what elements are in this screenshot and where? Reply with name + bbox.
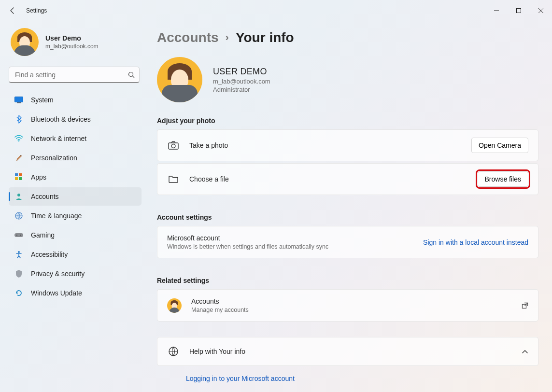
account-settings-header: Account settings [157,213,538,221]
user-email: m_lab@outlook.com [213,78,270,85]
avatar [11,28,39,56]
shield-icon [14,269,23,278]
sign-in-local-link[interactable]: Sign in with a local account instead [423,238,528,246]
sidebar-item-apps[interactable]: Apps [9,168,142,186]
svg-rect-11 [15,177,18,180]
titlebar: Settings [0,0,552,21]
sidebar-item-network[interactable]: Network & internet [9,129,142,148]
sidebar-item-label: Accessibility [31,251,68,258]
person-icon [14,192,23,201]
search-field[interactable] [9,67,140,83]
chevron-up-icon [522,349,528,354]
related-settings-header: Related settings [157,277,538,284]
sidebar-item-label: System [31,96,54,104]
sidebar-item-windows-update[interactable]: Windows Update [9,284,142,302]
profile-email: m_lab@outlook.com [45,43,99,50]
profile-block[interactable]: User Demo m_lab@outlook.com [11,28,142,56]
bluetooth-icon [14,115,23,124]
svg-point-13 [17,194,20,196]
chevron-right-icon: › [226,31,229,44]
sidebar-item-label: Gaming [31,231,55,239]
sidebar-item-accounts[interactable]: Accounts [9,187,142,206]
search-icon [128,71,135,78]
avatar-large [157,57,202,102]
sidebar-item-label: Windows Update [31,289,82,297]
svg-point-17 [20,235,21,236]
help-card[interactable]: Help with Your info [157,337,538,366]
ms-account-subtitle: Windows is better when settings and file… [167,243,328,250]
globe-clock-icon [14,211,23,220]
update-icon [14,289,23,297]
help-link-logging-in[interactable]: Logging in to your Microsoft account [157,368,538,382]
user-role: Administrator [213,86,270,93]
profile-name: User Demo [45,34,99,42]
accessibility-icon [14,250,23,259]
svg-point-16 [16,235,17,236]
svg-point-20 [171,144,175,148]
window-controls [485,3,552,18]
svg-rect-1 [517,9,521,13]
apps-icon [14,173,23,182]
help-title: Help with Your info [189,348,245,355]
related-accounts-subtitle: Manage my accounts [191,307,249,313]
sidebar-item-gaming[interactable]: Gaming [9,226,142,244]
maximize-button[interactable] [508,3,530,18]
svg-rect-7 [17,102,21,103]
svg-rect-15 [14,233,23,237]
related-accounts-card[interactable]: Accounts Manage my accounts [157,289,538,322]
choose-file-card: Choose a file Browse files [157,163,538,195]
take-photo-label: Take a photo [189,141,228,149]
breadcrumb-root[interactable]: Accounts [157,30,219,45]
back-button[interactable] [8,6,17,15]
sidebar-item-personalization[interactable]: Personalization [9,149,142,167]
sidebar-item-privacy[interactable]: Privacy & security [9,265,142,283]
user-name: USER DEMO [213,67,270,77]
adjust-photo-header: Adjust your photo [157,117,538,125]
take-photo-card: Take a photo Open Camera [157,129,538,161]
wifi-icon [14,134,23,143]
sidebar-item-label: Personalization [31,154,77,162]
sidebar-item-label: Time & language [31,212,82,220]
monitor-icon [14,96,23,104]
sidebar-item-label: Bluetooth & devices [31,115,91,123]
window-title: Settings [26,7,47,14]
sidebar-item-bluetooth[interactable]: Bluetooth & devices [9,110,142,128]
profile-header: USER DEMO m_lab@outlook.com Administrato… [157,57,538,102]
open-camera-button[interactable]: Open Camera [471,138,528,153]
sidebar-item-label: Accounts [31,193,59,200]
sidebar-item-accessibility[interactable]: Accessibility [9,245,142,264]
ms-account-title: Microsoft account [167,234,328,242]
svg-rect-9 [15,173,18,176]
svg-point-4 [129,72,133,77]
search-input[interactable] [9,67,140,83]
open-external-icon [522,302,528,309]
sidebar: User Demo m_lab@outlook.com System Bluet… [0,21,147,392]
nav-list: System Bluetooth & devices Network & int… [9,91,142,302]
sidebar-item-label: Network & internet [31,135,86,142]
svg-rect-10 [19,173,22,176]
svg-point-18 [18,251,20,253]
breadcrumb-current: Your info [236,30,294,45]
camera-icon [167,141,180,150]
sidebar-item-time-language[interactable]: Time & language [9,207,142,225]
browse-files-button[interactable]: Browse files [478,171,528,187]
web-help-icon [167,346,180,357]
svg-point-8 [18,140,19,141]
breadcrumb: Accounts › Your info [157,30,538,45]
sidebar-item-label: Privacy & security [31,270,85,278]
related-accounts-title: Accounts [191,297,249,305]
close-button[interactable] [530,3,552,18]
sidebar-item-system[interactable]: System [9,91,142,109]
choose-file-label: Choose a file [189,175,229,183]
svg-rect-12 [19,177,22,180]
main-pane: Accounts › Your info USER DEMO m_lab@out… [147,21,552,392]
paintbrush-icon [14,154,23,162]
folder-icon [167,175,180,183]
sidebar-item-label: Apps [31,173,46,181]
minimize-button[interactable] [485,3,508,18]
gamepad-icon [14,231,23,239]
svg-line-5 [133,76,135,78]
svg-rect-6 [15,97,23,102]
avatar-mini-icon [167,298,182,313]
microsoft-account-card: Microsoft account Windows is better when… [157,226,538,258]
